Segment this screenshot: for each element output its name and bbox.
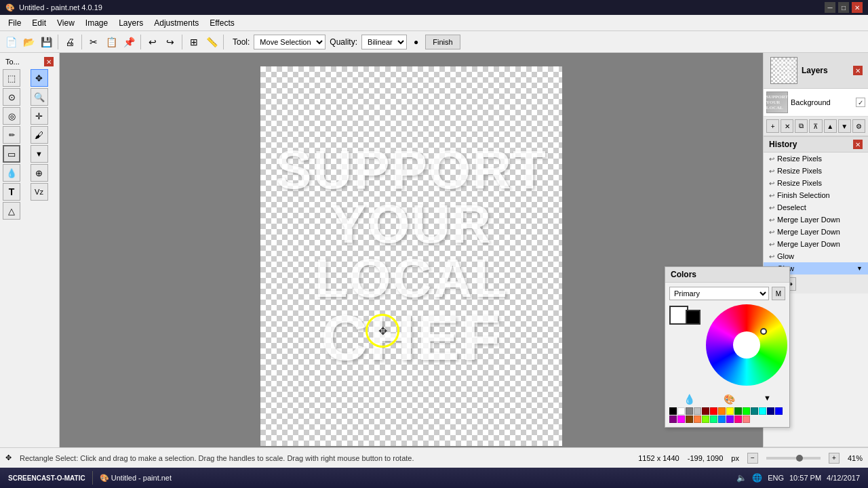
menu-image[interactable]: Image: [80, 17, 113, 29]
history-item-3[interactable]: ↩ Resize Pixels: [764, 177, 868, 189]
history-item-6[interactable]: ↩ Merge Layer Down: [764, 214, 868, 226]
magic-wand-tool[interactable]: ◎: [3, 107, 20, 125]
ps-13[interactable]: [767, 407, 774, 415]
layer-item-background[interactable]: SUPPORTYOURLOCAL Background ✓: [764, 89, 868, 117]
ps-20[interactable]: [710, 415, 717, 423]
history-item-8[interactable]: ↩ Merge Layer Down: [764, 238, 868, 250]
layer-up-btn[interactable]: ▲: [824, 119, 837, 133]
layer-visibility-check[interactable]: ✓: [856, 98, 865, 107]
minimize-button[interactable]: ─: [825, 2, 835, 13]
ps-17[interactable]: [686, 415, 693, 423]
ps-12[interactable]: [759, 407, 766, 415]
ps-6[interactable]: [710, 407, 717, 415]
zoom-slider[interactable]: [766, 457, 821, 460]
color-wheel-container[interactable]: [706, 304, 787, 386]
undo-btn[interactable]: ↩: [144, 34, 161, 50]
text-tool-2[interactable]: Vz: [31, 183, 48, 201]
ruler-btn[interactable]: 📏: [203, 34, 220, 50]
layers-close-button[interactable]: ✕: [853, 66, 863, 75]
ps-16[interactable]: [677, 415, 685, 423]
ps-24[interactable]: [743, 415, 750, 423]
ps-4[interactable]: [694, 407, 701, 415]
color-mode-select[interactable]: Primary Secondary: [669, 287, 769, 300]
finish-button[interactable]: Finish: [425, 35, 460, 49]
close-button[interactable]: ✕: [852, 2, 863, 13]
zoom-out-btn[interactable]: −: [747, 453, 758, 464]
text-tool[interactable]: T: [3, 183, 20, 201]
ps-3[interactable]: [686, 407, 693, 415]
cut-btn[interactable]: ✂: [85, 34, 102, 50]
start-button[interactable]: SCREENCAST-O-MATIC: [3, 473, 91, 483]
menu-adjustments[interactable]: Adjustments: [149, 17, 204, 29]
fill-tool[interactable]: ▼: [31, 145, 48, 163]
lasso-tool[interactable]: ⊙: [3, 88, 20, 106]
zoom-tool[interactable]: 🔍: [31, 88, 48, 106]
history-item-2[interactable]: ↩ Resize Pixels: [764, 165, 868, 177]
ps-19[interactable]: [702, 415, 709, 423]
zoom-in-btn[interactable]: +: [829, 453, 840, 464]
history-item-1[interactable]: ↩ Resize Pixels: [764, 152, 868, 165]
dropdown-arrow-icon[interactable]: ▼: [764, 394, 771, 405]
ps-2[interactable]: [677, 407, 685, 415]
layer-down-btn[interactable]: ▼: [838, 119, 851, 133]
brush-tool[interactable]: 🖌: [31, 126, 48, 144]
palette-icon[interactable]: 🎨: [724, 394, 735, 405]
save-btn[interactable]: 💾: [38, 34, 54, 50]
menu-file[interactable]: File: [3, 17, 26, 29]
menu-layers[interactable]: Layers: [113, 17, 149, 29]
history-close-button[interactable]: ✕: [853, 140, 863, 149]
color-more-btn[interactable]: M: [772, 287, 785, 300]
new-btn[interactable]: 📄: [3, 34, 19, 50]
pencil-tool[interactable]: ✏: [3, 126, 20, 144]
ps-15[interactable]: [669, 415, 677, 423]
ps-11[interactable]: [751, 407, 758, 415]
taskbar-paintnet[interactable]: 🎨 Untitled - paint.net: [94, 472, 177, 484]
grid-btn[interactable]: ⊞: [186, 34, 202, 50]
move-pixels-tool[interactable]: ✛: [31, 107, 48, 125]
title-bar-controls[interactable]: ─ □ ✕: [825, 2, 863, 13]
menu-effects[interactable]: Effects: [204, 17, 239, 29]
tool-select[interactable]: Move Selection: [254, 35, 326, 49]
ps-8[interactable]: [726, 407, 734, 415]
add-layer-btn[interactable]: +: [766, 119, 779, 133]
ps-18[interactable]: [694, 415, 701, 423]
secondary-swatch[interactable]: [686, 310, 701, 325]
rect-select-tool[interactable]: ⬚: [3, 69, 20, 87]
history-item-5[interactable]: ↩ Deselect: [764, 201, 868, 214]
history-item-4[interactable]: ↩ Finish Selection: [764, 189, 868, 201]
ps-22[interactable]: [726, 415, 734, 423]
quality-select[interactable]: Bilinear: [361, 35, 407, 49]
eraser-tool[interactable]: ▭: [3, 145, 20, 163]
toolbox-close-button[interactable]: ✕: [44, 57, 54, 66]
canvas-area[interactable]: SUPPORT YOUR LOCAL CHEF ✥: [60, 53, 763, 447]
menu-view[interactable]: View: [52, 17, 80, 29]
layer-props-btn[interactable]: ⚙: [852, 119, 865, 133]
ps-5[interactable]: [702, 407, 709, 415]
copy-btn[interactable]: 📋: [103, 34, 119, 50]
ps-7[interactable]: [718, 407, 726, 415]
move-selection-tool[interactable]: ✥: [31, 69, 48, 87]
menu-edit[interactable]: Edit: [26, 17, 52, 29]
redo-btn[interactable]: ↪: [162, 34, 178, 50]
ps-23[interactable]: [734, 415, 742, 423]
delete-layer-btn[interactable]: ✕: [781, 119, 793, 133]
maximize-button[interactable]: □: [838, 2, 849, 13]
ps-14[interactable]: [775, 407, 783, 415]
shapes-tool[interactable]: △: [3, 202, 20, 220]
print-btn[interactable]: 🖨: [62, 34, 78, 50]
clone-stamp-tool[interactable]: ⊕: [31, 164, 48, 182]
ps-1[interactable]: [669, 407, 677, 415]
color-picker-tool[interactable]: 💧: [3, 164, 20, 182]
paste-btn[interactable]: 📌: [121, 34, 137, 50]
ps-9[interactable]: [734, 407, 742, 415]
duplicate-layer-btn[interactable]: ⧉: [795, 119, 808, 133]
open-btn[interactable]: 📂: [20, 34, 37, 50]
color-wheel[interactable]: [706, 304, 787, 386]
merge-layer-btn[interactable]: ⊼: [809, 119, 822, 133]
history-item-9[interactable]: ↩ Glow: [764, 250, 868, 262]
ps-10[interactable]: [743, 407, 750, 415]
ps-21[interactable]: [718, 415, 726, 423]
dropper-icon[interactable]: 💧: [684, 394, 695, 405]
history-item-7[interactable]: ↩ Merge Layer Down: [764, 226, 868, 238]
canvas-checkerboard[interactable]: SUPPORT YOUR LOCAL CHEF ✥: [260, 66, 562, 446]
